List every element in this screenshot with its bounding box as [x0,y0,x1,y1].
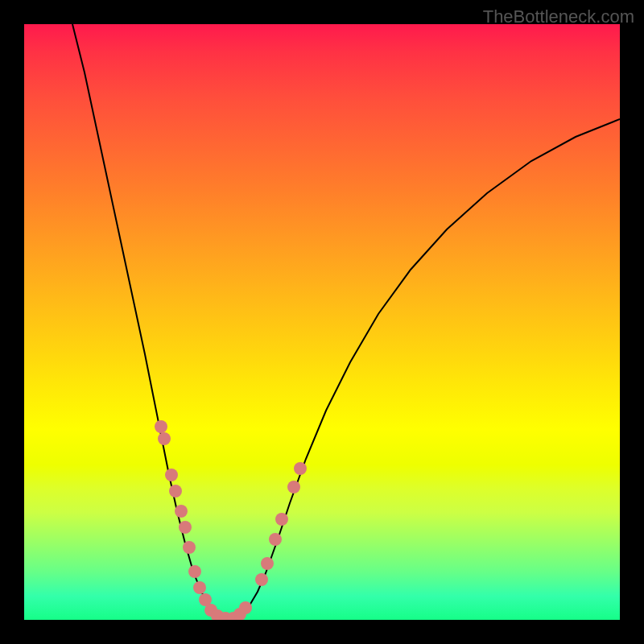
watermark-text: TheBottleneck.com [483,6,634,27]
data-point [155,420,167,433]
data-points-group [155,420,307,620]
data-point [169,485,182,497]
data-point [239,601,252,614]
data-point [193,581,206,594]
data-point [183,541,196,554]
data-point [275,513,288,526]
chart-svg [24,24,620,620]
data-point [179,521,192,534]
data-point [287,481,300,493]
data-point [188,565,201,578]
data-point [158,432,171,445]
data-point [255,573,268,586]
chart-container [24,24,620,620]
bottleneck-curve [72,24,620,618]
data-point [294,462,307,475]
data-point [261,557,274,570]
data-point [175,505,188,518]
data-point [269,533,282,546]
data-point [165,469,178,481]
